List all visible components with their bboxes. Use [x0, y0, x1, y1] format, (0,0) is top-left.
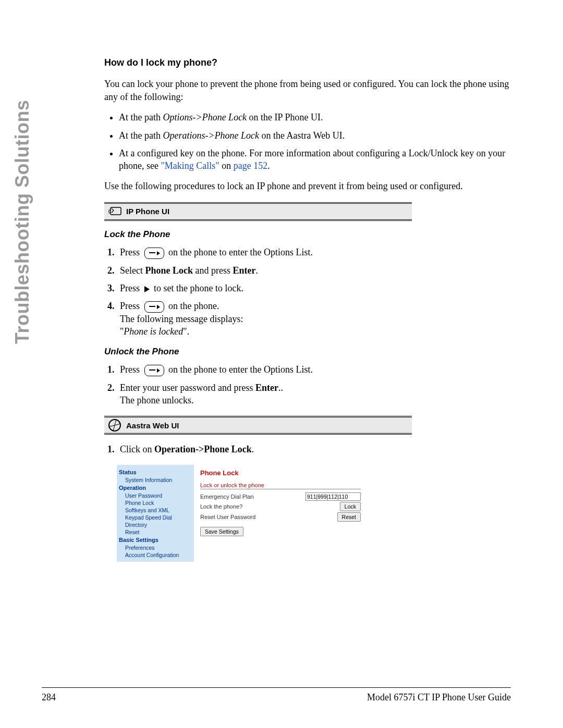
options-button-icon: [144, 365, 164, 376]
reset-button[interactable]: Reset: [337, 512, 361, 522]
nav-preferences[interactable]: Preferences: [119, 544, 192, 551]
lock-steps: Press on the phone to enter the Options …: [104, 246, 511, 338]
intro2-paragraph: Use the following procedures to lock an …: [104, 180, 511, 193]
phone-ui-icon: [108, 206, 126, 217]
lock-the-phone-label: Lock the phone?: [200, 503, 340, 510]
nav-softkeys-xml[interactable]: Softkeys and XML: [119, 507, 192, 514]
guide-title: Model 6757i CT IP Phone User Guide: [367, 692, 511, 703]
page-number: 284: [42, 692, 56, 703]
step-item: Select Phone Lock and press Enter.: [117, 264, 511, 277]
ip-phone-ui-label: IP Phone UI: [126, 207, 169, 216]
globe-icon: [108, 419, 121, 431]
lock-phone-heading: Lock the Phone: [104, 229, 511, 240]
right-arrow-icon: [144, 286, 150, 292]
list-item: At the path Operations->Phone Lock on th…: [119, 129, 511, 142]
step-item: Press on the phone to enter the Options …: [117, 363, 511, 376]
list-item: At the path Options->Phone Lock on the I…: [119, 111, 511, 124]
step-item: Enter your user password and press Enter…: [117, 381, 511, 407]
nav-system-information[interactable]: System Information: [119, 476, 192, 484]
ip-phone-ui-header: IP Phone UI: [104, 202, 412, 221]
aastra-web-ui-label: Aastra Web UI: [126, 421, 179, 430]
webui-nav: Status System Information Operation User…: [117, 465, 194, 562]
crossref-link[interactable]: "Making Calls": [161, 161, 219, 171]
aastra-web-ui-header: Aastra Web UI: [104, 416, 412, 435]
method-list: At the path Options->Phone Lock on the I…: [104, 111, 511, 172]
step-item: Press on the phone to enter the Options …: [117, 246, 511, 259]
save-settings-button[interactable]: Save Settings: [200, 527, 243, 536]
nav-reset[interactable]: Reset: [119, 528, 192, 536]
nav-keypad-speed-dial[interactable]: Keypad Speed Dial: [119, 514, 192, 521]
nav-group-basic-settings: Basic Settings: [119, 537, 192, 543]
unlock-phone-heading: Unlock the Phone: [104, 347, 511, 357]
options-button-icon: [144, 301, 164, 313]
unlock-steps: Press on the phone to enter the Options …: [104, 363, 511, 406]
nav-phone-lock[interactable]: Phone Lock: [119, 499, 192, 507]
options-button-icon: [144, 248, 164, 259]
webui-screenshot: Status System Information Operation User…: [117, 465, 367, 562]
reset-user-password-label: Reset User Password: [200, 514, 337, 520]
nav-group-operation: Operation: [119, 485, 192, 491]
step-item: Press to set the phone to lock.: [117, 282, 511, 294]
lock-button[interactable]: Lock: [340, 502, 361, 511]
section-title-vertical: Troubleshooting Solutions: [11, 100, 33, 344]
page-footer: 284 Model 6757i CT IP Phone User Guide: [42, 687, 511, 703]
nav-user-password[interactable]: User Password: [119, 492, 192, 499]
emergency-dial-plan-input[interactable]: [305, 492, 361, 501]
panel-subtitle: Lock or unlock the phone: [200, 482, 361, 489]
crossref-link[interactable]: page 152: [234, 161, 267, 171]
svg-rect-0: [111, 207, 121, 215]
list-item: At a configured key on the phone. For mo…: [119, 147, 511, 172]
step-item: Click on Operation->Phone Lock.: [117, 443, 511, 455]
question-heading: How do I lock my phone?: [104, 57, 511, 68]
step-item: Press on the phone. The following messag…: [117, 300, 511, 338]
intro-paragraph: You can lock your phone to prevent the p…: [104, 78, 511, 104]
panel-title: Phone Lock: [200, 469, 361, 477]
nav-account-configuration[interactable]: Account Configuration: [119, 551, 192, 559]
webui-steps: Click on Operation->Phone Lock.: [104, 443, 511, 455]
emergency-dial-plan-label: Emergency Dial Plan: [200, 493, 305, 500]
nav-group-status: Status: [119, 469, 192, 475]
webui-panel: Phone Lock Lock or unlock the phone Emer…: [194, 465, 367, 562]
nav-directory[interactable]: Directory: [119, 521, 192, 528]
